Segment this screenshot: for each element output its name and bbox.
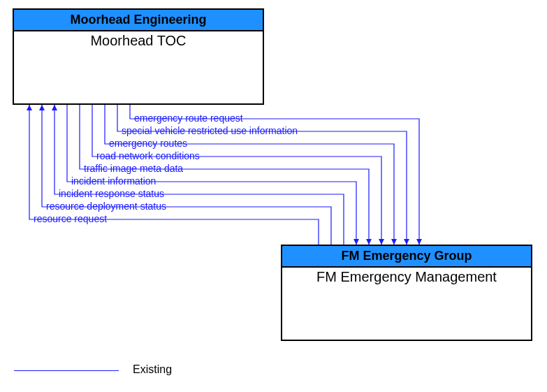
node-header: Moorhead Engineering <box>14 10 263 31</box>
svg-marker-7 <box>39 105 45 110</box>
svg-marker-1 <box>404 239 409 245</box>
flow-label: emergency route request <box>134 112 243 124</box>
svg-marker-5 <box>353 239 359 245</box>
svg-marker-2 <box>391 239 397 245</box>
flow-label: road network conditions <box>96 150 200 161</box>
flow-label: traffic image meta data <box>84 163 183 174</box>
node-header: FM Emergency Group <box>282 246 531 268</box>
node-fm-emergency: FM Emergency Group FM Emergency Manageme… <box>281 245 532 341</box>
legend-label: Existing <box>133 363 172 376</box>
flow-label: incident response status <box>59 188 164 199</box>
flow-label: emergency routes <box>109 138 187 149</box>
legend-line <box>14 370 119 371</box>
node-title: Moorhead TOC <box>14 31 263 49</box>
svg-marker-3 <box>379 239 384 245</box>
svg-marker-0 <box>416 239 422 245</box>
svg-marker-6 <box>52 105 57 110</box>
node-moorhead-toc: Moorhead Engineering Moorhead TOC <box>13 8 264 105</box>
node-title: FM Emergency Management <box>282 268 531 285</box>
flow-label: special vehicle restricted use informati… <box>122 125 298 136</box>
svg-marker-8 <box>27 105 32 110</box>
flow-label: incident information <box>71 175 156 187</box>
flow-label: resource deployment status <box>46 201 166 212</box>
flow-label: resource request <box>34 213 107 224</box>
svg-marker-4 <box>366 239 372 245</box>
